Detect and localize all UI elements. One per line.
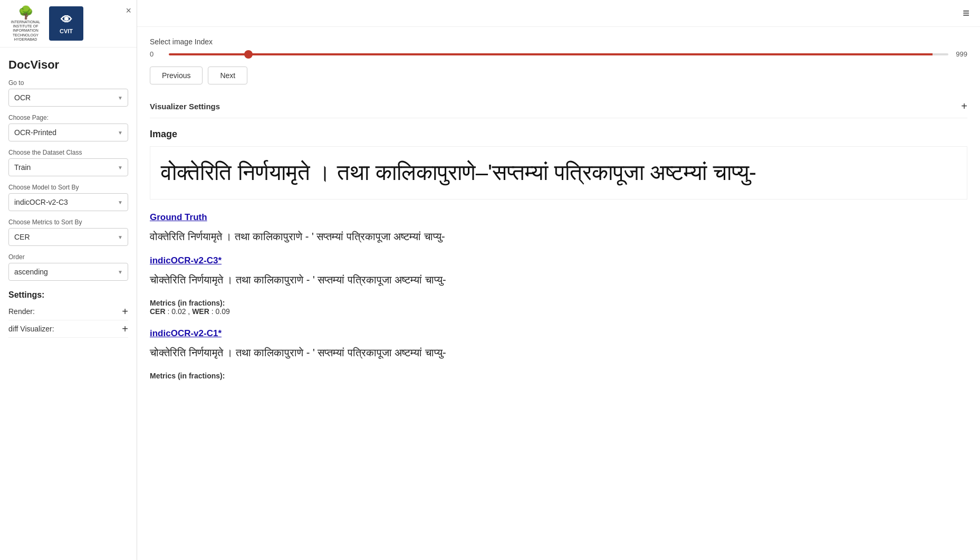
dataset-class-label: Choose the Dataset Class	[8, 149, 128, 156]
slider-label: Select image Index	[150, 37, 967, 46]
model-name-link-0[interactable]: indicOCR-v2-C3*	[150, 255, 967, 266]
diff-visualizer-label: diff Visualizer:	[8, 325, 54, 333]
ground-truth-section: Ground Truth वोक्तेरिति निर्णयामृते । तथ…	[150, 212, 967, 245]
visualizer-settings-title: Visualizer Settings	[150, 102, 220, 111]
visualizer-settings-bar: Visualizer Settings +	[150, 95, 967, 118]
image-hindi-text: वोक्तेरिति निर्णयामृते । तथा कालिकापुराण…	[150, 152, 967, 194]
next-button[interactable]: Next	[208, 67, 247, 84]
model-sort-section: Choose Model to Sort By indicOCR-v2-C3 i…	[8, 184, 128, 211]
models-container: indicOCR-v2-C3*चोक्तेरिति निर्णयामृते । …	[150, 255, 967, 380]
order-label: Order	[8, 253, 128, 261]
ground-truth-link[interactable]: Ground Truth	[150, 212, 967, 223]
model-name-link-1[interactable]: indicOCR-v2-C1*	[150, 328, 967, 339]
metrics-sort-label: Choose Metrics to Sort By	[8, 219, 128, 226]
main-header: ≡	[137, 0, 980, 27]
app-title: DocVisor	[8, 58, 128, 72]
main-body: Select image Index 0 999 Previous Next V…	[137, 27, 980, 560]
dataset-class-section: Choose the Dataset Class Train Test Vali…	[8, 149, 128, 176]
metrics-label-0: Metrics (in fractions):	[150, 299, 967, 307]
settings-section: Settings: Render: + diff Visualizer: +	[8, 290, 128, 338]
slider-row: 0 999	[150, 50, 967, 58]
model-text-1: चोक्तेरिति निर्णयामृते । तथा कालिकापुराण…	[150, 344, 967, 361]
model-sort-select[interactable]: indicOCR-v2-C3 indicOCR-v2-C1	[8, 193, 128, 211]
image-index-slider[interactable]	[169, 53, 948, 55]
visualizer-plus-button[interactable]: +	[961, 100, 967, 112]
metrics-sort-select-wrapper: CER WER	[8, 228, 128, 246]
menu-icon[interactable]: ≡	[963, 6, 969, 20]
image-section: Image वोक्तेरिति निर्णयामृते । तथा कालिक…	[150, 129, 967, 200]
choose-page-select-wrapper: OCR-Printed OCR-Handwritten	[8, 124, 128, 141]
metrics-sort-select[interactable]: CER WER	[8, 228, 128, 246]
slider-min-value: 0	[150, 50, 162, 58]
model-sort-select-wrapper: indicOCR-v2-C3 indicOCR-v2-C1	[8, 193, 128, 211]
cvit-logo: 👁 CVIT	[49, 6, 83, 41]
diff-visualizer-row: diff Visualizer: +	[8, 320, 128, 338]
sidebar-content: DocVisor Go to OCR NER Layout Choose Pag…	[0, 48, 137, 560]
model-section-0: indicOCR-v2-C3*चोक्तेरिति निर्णयामृते । …	[150, 255, 967, 316]
previous-button[interactable]: Previous	[150, 67, 203, 84]
slider-section: Select image Index 0 999	[150, 37, 967, 58]
model-sort-label: Choose Model to Sort By	[8, 184, 128, 191]
choose-page-label: Choose Page:	[8, 114, 128, 121]
dataset-class-select-wrapper: Train Test Validation	[8, 158, 128, 176]
close-button[interactable]: ×	[126, 5, 131, 16]
main-content: ≡ Select image Index 0 999 Previous Next…	[137, 0, 980, 560]
goto-select-wrapper: OCR NER Layout	[8, 89, 128, 107]
ground-truth-text: वोक्तेरिति निर्णयामृते । तथा कालिकापुराण…	[150, 228, 967, 245]
metrics-values-0: CER : 0.02 , WER : 0.09	[150, 307, 967, 316]
slider-max-value: 999	[955, 50, 967, 58]
order-select[interactable]: ascending descending	[8, 263, 128, 281]
settings-title: Settings:	[8, 290, 128, 300]
sidebar: 🌳 INTERNATIONAL INSTITUTE OFINFORMATION …	[0, 0, 137, 560]
metrics-sort-section: Choose Metrics to Sort By CER WER	[8, 219, 128, 246]
sidebar-header: 🌳 INTERNATIONAL INSTITUTE OFINFORMATION …	[0, 0, 137, 48]
metrics-label-1: Metrics (in fractions):	[150, 372, 967, 380]
image-section-title: Image	[150, 129, 967, 140]
render-row: Render: +	[8, 303, 128, 320]
diff-visualizer-plus-button[interactable]: +	[122, 324, 128, 334]
render-label: Render:	[8, 307, 35, 316]
render-plus-button[interactable]: +	[122, 306, 128, 317]
order-select-wrapper: ascending descending	[8, 263, 128, 281]
goto-select[interactable]: OCR NER Layout	[8, 89, 128, 107]
goto-label: Go to	[8, 79, 128, 87]
iiit-logo: 🌳 INTERNATIONAL INSTITUTE OFINFORMATION …	[8, 6, 43, 41]
image-display: वोक्तेरिति निर्णयामृते । तथा कालिकापुराण…	[150, 146, 967, 200]
model-section-1: indicOCR-v2-C1*चोक्तेरिति निर्णयामृते । …	[150, 328, 967, 380]
dataset-class-select[interactable]: Train Test Validation	[8, 158, 128, 176]
order-section: Order ascending descending	[8, 253, 128, 281]
choose-page-select[interactable]: OCR-Printed OCR-Handwritten	[8, 124, 128, 141]
goto-section: Go to OCR NER Layout	[8, 79, 128, 107]
choose-page-section: Choose Page: OCR-Printed OCR-Handwritten	[8, 114, 128, 141]
model-text-0: चोक्तेरिति निर्णयामृते । तथा कालिकापुराण…	[150, 271, 967, 288]
nav-buttons: Previous Next	[150, 67, 967, 84]
